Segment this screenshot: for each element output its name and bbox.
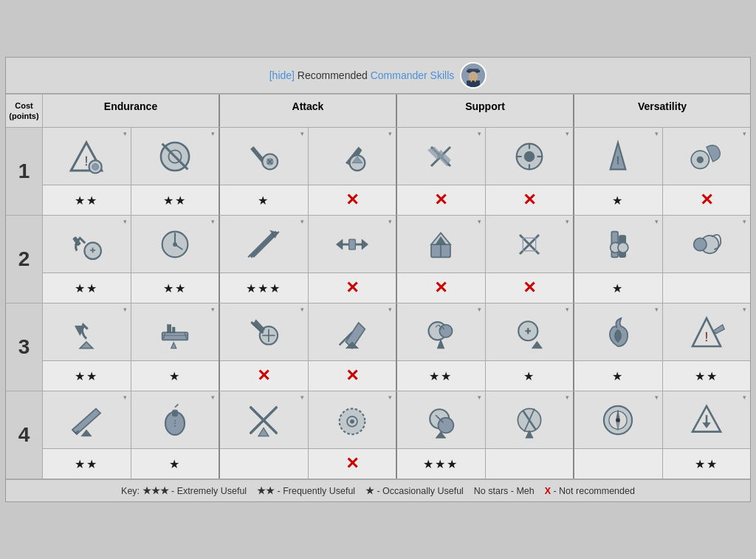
svg-marker-83 <box>81 430 92 436</box>
skill-cell[interactable]: ▾ ★ <box>574 391 663 479</box>
skill-cell[interactable]: ▾ ✕ <box>309 303 396 391</box>
skill-cell[interactable]: ▾ ★ <box>574 216 663 303</box>
skill-cell[interactable]: ▾ ★★★ <box>397 391 486 479</box>
skill-cell[interactable]: ▾ ★ <box>663 216 751 303</box>
cost-4: 4 <box>6 391 43 479</box>
svg-marker-80 <box>532 341 542 349</box>
svg-point-61 <box>693 238 706 250</box>
skill-cell[interactable]: ▾ ★ <box>220 128 309 215</box>
svg-text:+: + <box>525 324 531 336</box>
skill-cell[interactable]: ▾ ✕ <box>220 303 309 391</box>
skill-cell[interactable]: ▾ ★★ <box>397 303 486 391</box>
skill-cell[interactable]: ▾ ! ★★ <box>663 303 751 391</box>
skill-cell[interactable]: ▾ ✕ <box>397 128 486 215</box>
svg-marker-69 <box>171 343 176 349</box>
skill-cell[interactable]: ▾ ★★ <box>43 216 131 303</box>
svg-point-7 <box>475 80 476 82</box>
skill-cell[interactable]: ▾ ★ <box>486 391 574 479</box>
cost-2: 2 <box>6 216 43 303</box>
svg-point-93 <box>350 419 354 423</box>
legend-row: Key: ★★★ - Extremely Useful ★★ - Frequen… <box>6 479 750 501</box>
skill-cell[interactable]: ▾ ✕ <box>663 128 751 215</box>
skill-cell[interactable]: ▾ ! ★★ <box>43 128 131 215</box>
svg-point-40 <box>173 242 176 246</box>
skill-cell[interactable]: ▾ ✕ <box>309 128 396 215</box>
rating-area: ★★ <box>131 185 219 215</box>
commander-avatar <box>460 62 487 89</box>
cost-header: Cost (points) <box>6 95 43 128</box>
skill-cell[interactable]: ▾ ✕ <box>486 128 574 215</box>
attack-header: Attack <box>220 95 397 128</box>
svg-point-32 <box>697 157 704 163</box>
skill-cell[interactable]: ▾ <box>131 303 219 391</box>
skill-cell[interactable]: ▾ ★ <box>574 303 663 391</box>
svg-text:!: ! <box>616 154 619 166</box>
endurance-header: Endurance <box>43 95 220 128</box>
header: [hide] Recommended Commander Skills <box>6 58 750 94</box>
skill-cell[interactable]: ▾ ★★★ <box>220 216 309 303</box>
svg-line-86 <box>175 404 178 407</box>
row-1: 1 ▾ ! <box>6 128 750 216</box>
svg-point-59 <box>618 242 628 253</box>
skill-cell[interactable]: ▾ ★ <box>131 391 219 479</box>
svg-text:!: ! <box>704 329 708 344</box>
svg-rect-85 <box>172 410 177 416</box>
skill-cell[interactable]: ▾ ★ <box>220 391 309 479</box>
svg-marker-47 <box>336 239 343 250</box>
svg-rect-5 <box>467 80 480 87</box>
rating-area: ★★ <box>43 185 131 215</box>
skill-cell[interactable]: ▾ + ★ <box>486 303 574 391</box>
skill-cell[interactable]: ▾ ★★ <box>131 216 219 303</box>
svg-point-11 <box>92 163 99 170</box>
skill-cell[interactable]: ▾ ★★ <box>43 391 131 479</box>
svg-text:!: ! <box>85 154 89 168</box>
row-3: 3 ▾ ★★ <box>6 303 750 391</box>
svg-point-104 <box>616 418 620 422</box>
icon-area: ▾ <box>131 128 219 185</box>
skill-cell[interactable]: ▾ ✕ <box>309 216 396 303</box>
svg-marker-90 <box>258 428 269 436</box>
svg-marker-46 <box>362 239 368 250</box>
svg-marker-107 <box>703 422 710 428</box>
svg-point-6 <box>471 80 472 82</box>
main-container: [hide] Recommended Commander Skills <box>5 57 751 503</box>
svg-rect-48 <box>348 239 355 250</box>
skill-cell[interactable]: ▾ ! ★ <box>574 128 663 215</box>
skill-cell[interactable]: ▾ ✕ <box>486 216 574 303</box>
cost-1: 1 <box>6 128 43 215</box>
svg-rect-3 <box>468 69 478 71</box>
cost-3: 3 <box>6 303 43 391</box>
header-text: [hide] Recommended Commander Skills <box>269 69 455 81</box>
skill-cell[interactable]: ▾ ★★ <box>131 128 219 215</box>
svg-rect-64 <box>167 324 171 332</box>
svg-point-24 <box>524 151 535 162</box>
svg-line-43 <box>248 231 274 257</box>
versatility-header: Versatility <box>574 95 750 128</box>
svg-rect-63 <box>162 332 188 340</box>
svg-marker-62 <box>80 342 93 349</box>
svg-point-4 <box>469 71 478 81</box>
row-4: 4 ▾ <box>6 391 750 479</box>
svg-line-41 <box>251 231 277 257</box>
row-2: 2 ▾ <box>6 216 750 303</box>
skill-cell[interactable]: ▾ ★★ <box>663 391 751 479</box>
skill-cell[interactable]: ▾ ★★ <box>43 303 131 391</box>
svg-marker-77 <box>438 340 444 348</box>
icon-area: ▾ ! <box>43 128 131 185</box>
skill-cell[interactable]: ▾ ✕ <box>309 391 396 479</box>
svg-rect-65 <box>172 327 174 333</box>
support-header: Support <box>397 95 574 128</box>
hide-link[interactable]: [hide] <box>269 69 295 81</box>
skill-cell[interactable]: ▾ ✕ <box>397 216 486 303</box>
skills-table: Cost (points) Endurance Attack Support V… <box>6 94 750 502</box>
skills-label: Commander Skills <box>371 69 455 81</box>
